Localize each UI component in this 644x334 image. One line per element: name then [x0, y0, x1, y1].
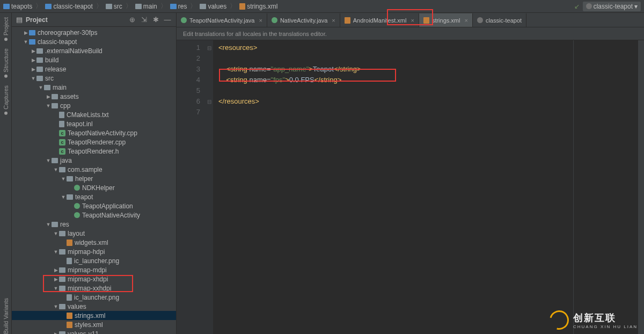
locate-icon[interactable]: ⊕: [128, 16, 136, 24]
tree-row[interactable]: ▼res: [12, 220, 176, 229]
tree-row[interactable]: ic_launcher.png: [12, 293, 176, 302]
tree-row[interactable]: styles.xml: [12, 320, 176, 329]
tree-arrow-icon[interactable]: ▼: [60, 176, 67, 181]
folder-icon: [36, 48, 43, 54]
tree-arrow-icon[interactable]: ▶: [53, 277, 59, 282]
crumb-4[interactable]: res: [170, 3, 187, 10]
crumb-2[interactable]: src: [106, 3, 122, 10]
collapse-icon[interactable]: ⇲: [140, 16, 148, 24]
tree-row[interactable]: ▼teapot: [12, 192, 176, 201]
tree-arrow-icon[interactable]: ▼: [53, 286, 59, 291]
tab-teapot-native-activity[interactable]: TeapotNativeActivity.java×: [177, 13, 267, 27]
project-tree[interactable]: ▶choreographer-30fps▼classic-teapot▶.ext…: [12, 27, 176, 334]
tree-row[interactable]: ▼classic-teapot: [12, 37, 176, 46]
tree-row[interactable]: ▶release: [12, 64, 176, 74]
code-editor[interactable]: <resources> <string name="app_name">Teap…: [213, 40, 573, 334]
tree-row[interactable]: ▼mipmap-hdpi: [12, 247, 176, 256]
tool-tab-captures[interactable]: Captures: [3, 85, 9, 115]
watermark: 创新互联 CHUANG XIN HU LIAN: [550, 310, 638, 330]
tree-row[interactable]: CMakeLists.txt: [12, 110, 176, 119]
xml-icon: [67, 313, 72, 319]
tree-label: main: [53, 84, 67, 91]
sync-icon[interactable]: ↙: [574, 3, 580, 10]
tab-classic-teapot[interactable]: classic-teapot: [473, 13, 526, 27]
java-icon: [74, 212, 80, 218]
tree-arrow-icon[interactable]: ▼: [45, 103, 52, 108]
settings-icon[interactable]: ✱: [151, 16, 160, 24]
tool-tab-build-variants[interactable]: Build Variants: [3, 298, 9, 334]
crumb-3[interactable]: main: [135, 3, 157, 10]
close-icon[interactable]: ×: [411, 17, 414, 24]
tab-strings-xml[interactable]: strings.xml×: [419, 13, 473, 27]
tree-arrow-icon[interactable]: ▶: [30, 48, 36, 54]
hide-icon[interactable]: —: [163, 16, 172, 24]
fold-end-icon[interactable]: ⊟: [206, 96, 213, 107]
tree-row[interactable]: ▼cpp: [12, 101, 176, 110]
tree-arrow-icon[interactable]: ▼: [23, 39, 29, 45]
tree-row[interactable]: ▼layout: [12, 229, 176, 238]
close-icon[interactable]: ×: [332, 17, 335, 24]
tree-row[interactable]: ▼mipmap-xxhdpi: [12, 284, 176, 293]
crumb-0[interactable]: teapots: [3, 3, 32, 10]
tree-arrow-icon[interactable]: ▶: [45, 94, 52, 99]
tree-arrow-icon[interactable]: ▼: [53, 304, 59, 309]
tree-arrow-icon[interactable]: ▼: [45, 158, 52, 163]
translations-hint[interactable]: Edit translations for all locales in the…: [177, 27, 644, 40]
tree-arrow-icon[interactable]: ▼: [53, 167, 59, 172]
crumb-6[interactable]: strings.xml: [239, 3, 277, 10]
tree-label: TeapotNativeActivity: [82, 212, 140, 219]
tree-arrow-icon[interactable]: ▼: [60, 194, 67, 200]
tree-row[interactable]: cTeapotNativeActivity.cpp: [12, 128, 176, 137]
tree-row[interactable]: strings.xml: [12, 311, 176, 320]
tree-row[interactable]: ic_launcher.png: [12, 256, 176, 265]
tree-row[interactable]: ▶mipmap-xhdpi: [12, 274, 176, 284]
tree-row[interactable]: ▼values: [12, 302, 176, 311]
editor-area: TeapotNativeActivity.java× NativeActivit…: [177, 13, 644, 334]
tree-label: classic-teapot: [38, 38, 77, 46]
tree-row[interactable]: widgets.xml: [12, 238, 176, 247]
tree-row[interactable]: teapot.inl: [12, 119, 176, 128]
tree-row[interactable]: ▶values-v11: [12, 329, 176, 334]
folder-icon: [3, 4, 10, 9]
tree-row[interactable]: NDKHelper: [12, 183, 176, 192]
tree-row[interactable]: TeapotApplication: [12, 201, 176, 210]
tree-row[interactable]: TeapotNativeActivity: [12, 210, 176, 220]
tree-row[interactable]: ▼com.sample: [12, 165, 176, 174]
tree-label: src: [45, 75, 54, 82]
tree-arrow-icon[interactable]: ▶: [53, 267, 59, 273]
run-target[interactable]: classic-teapot ▾: [583, 2, 641, 11]
project-view-icon[interactable]: ▤: [16, 16, 23, 24]
tree-arrow-icon[interactable]: ▶: [23, 30, 29, 35]
tree-row[interactable]: ▼helper: [12, 174, 176, 183]
tree-row[interactable]: ▼src: [12, 74, 176, 83]
tab-android-manifest[interactable]: AndroidManifest.xml×: [340, 13, 419, 27]
tree-arrow-icon[interactable]: ▼: [38, 85, 44, 90]
tree-arrow-icon[interactable]: ▼: [30, 76, 36, 81]
tree-arrow-icon[interactable]: ▼: [53, 231, 59, 236]
tree-row[interactable]: cTeapotRenderer.cpp: [12, 137, 176, 147]
close-icon[interactable]: ×: [464, 17, 467, 24]
tree-row[interactable]: ▶mipmap-mdpi: [12, 265, 176, 274]
tree-row[interactable]: ▶.externalNativeBuild: [12, 46, 176, 55]
tool-tab-project[interactable]: Project: [3, 17, 9, 41]
tree-arrow-icon[interactable]: ▶: [30, 67, 36, 72]
tree-arrow-icon[interactable]: ▼: [53, 249, 59, 255]
tree-label: CMakeLists.txt: [67, 111, 109, 119]
close-icon[interactable]: ×: [259, 17, 262, 24]
tree-row[interactable]: ▼main: [12, 83, 176, 92]
tab-native-activity[interactable]: NativeActivity.java×: [267, 13, 340, 27]
tool-tab-structure[interactable]: Structure: [3, 48, 9, 78]
tree-row[interactable]: ▶assets: [12, 92, 176, 101]
tree-row[interactable]: ▶choreographer-30fps: [12, 28, 176, 37]
folder-icon: [200, 4, 206, 9]
tree-arrow-icon[interactable]: ▶: [30, 57, 36, 63]
crumb-1[interactable]: classic-teapot: [45, 3, 92, 10]
folder-icon: [29, 39, 35, 45]
tree-row[interactable]: ▼java: [12, 156, 176, 165]
tree-arrow-icon[interactable]: ▼: [45, 222, 52, 227]
fold-marker[interactable]: ⊟: [206, 42, 213, 53]
tree-row[interactable]: cTeapotRenderer.h: [12, 147, 176, 156]
tree-arrow-icon[interactable]: ▶: [53, 331, 59, 335]
crumb-5[interactable]: values: [200, 3, 226, 10]
tree-row[interactable]: ▶build: [12, 55, 176, 64]
